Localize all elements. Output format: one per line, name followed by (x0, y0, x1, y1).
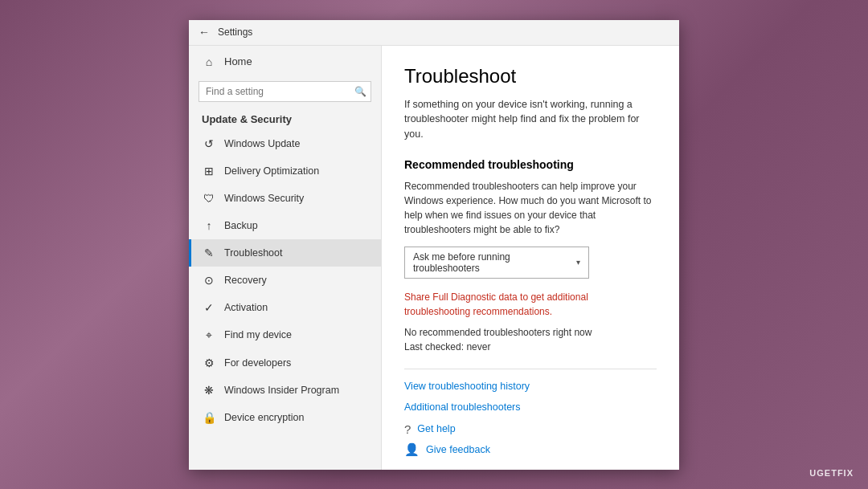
sidebar-label: Windows Insider Program (224, 385, 339, 396)
sidebar-section-title: Update & Security (189, 108, 381, 130)
sidebar-label: Backup (224, 220, 258, 231)
search-icon: 🔍 (354, 86, 366, 97)
give-feedback-item[interactable]: 👤 Give feedback (404, 442, 657, 457)
title-bar: ← Settings (189, 20, 679, 46)
sidebar-item-troubleshoot[interactable]: ✎ Troubleshoot (189, 239, 381, 267)
search-box: 🔍 (199, 81, 371, 102)
additional-troubleshooters-link[interactable]: Additional troubleshooters (404, 401, 657, 413)
developers-icon: ⚙ (202, 357, 216, 369)
diagnostic-data-link[interactable]: Share Full Diagnostic data to get additi… (404, 290, 657, 319)
sidebar-item-backup[interactable]: ↑ Backup (189, 212, 381, 239)
divider (404, 369, 657, 369)
home-icon: ⌂ (202, 55, 216, 68)
windows-update-icon: ↺ (202, 137, 216, 150)
insider-icon: ❋ (202, 384, 216, 397)
sidebar-label: Recovery (224, 275, 267, 286)
sidebar-label: Delivery Optimization (224, 165, 319, 177)
watermark: UGETFIX (809, 468, 854, 478)
sidebar-label: Activation (224, 302, 268, 313)
find-device-icon: ⌖ (202, 328, 216, 342)
troubleshoot-dropdown[interactable]: Ask me before running troubleshooters ▾ (404, 247, 589, 279)
sidebar-item-device-encryption[interactable]: 🔒 Device encryption (189, 404, 381, 431)
windows-security-icon: 🛡 (202, 192, 216, 205)
home-label: Home (224, 55, 252, 67)
get-help-icon: ? (404, 422, 411, 436)
no-troubleshooters-text: No recommended troubleshooters right now (404, 327, 657, 338)
sidebar-label: Device encryption (224, 412, 304, 423)
last-checked-text: Last checked: never (404, 341, 657, 352)
sidebar-label: Windows Update (224, 138, 301, 149)
chevron-down-icon: ▾ (576, 258, 580, 267)
sidebar-item-windows-security[interactable]: 🛡 Windows Security (189, 185, 381, 212)
activation-icon: ✓ (202, 301, 216, 314)
get-help-text: Get help (417, 423, 455, 434)
back-button[interactable]: ← (199, 26, 210, 39)
sidebar-item-for-developers[interactable]: ⚙ For developers (189, 349, 381, 377)
page-title: Troubleshoot (404, 65, 657, 88)
sidebar-item-recovery[interactable]: ⊙ Recovery (189, 267, 381, 294)
recommended-desc: Recommended troubleshooters can help imp… (404, 179, 657, 237)
give-feedback-text: Give feedback (426, 444, 490, 455)
search-input[interactable] (199, 81, 371, 102)
view-history-link[interactable]: View troubleshooting history (404, 381, 657, 392)
delivery-optimization-icon: ⊞ (202, 165, 216, 177)
encryption-icon: 🔒 (202, 411, 216, 424)
title-bar-text: Settings (218, 26, 252, 38)
sidebar-label: Find my device (224, 329, 292, 340)
sidebar-label: Windows Security (224, 193, 304, 204)
dropdown-value: Ask me before running troubleshooters (413, 251, 576, 274)
recommended-heading: Recommended troubleshooting (404, 158, 657, 171)
settings-window: ← Settings ⌂ Home 🔍 Update & Security ↺ … (189, 20, 679, 470)
content-area: ⌂ Home 🔍 Update & Security ↺ Windows Upd… (189, 46, 679, 470)
sidebar-label: Troubleshoot (224, 247, 283, 259)
backup-icon: ↑ (202, 219, 216, 232)
troubleshoot-icon: ✎ (202, 247, 216, 259)
give-feedback-icon: 👤 (404, 442, 420, 457)
sidebar-item-windows-update[interactable]: ↺ Windows Update (189, 130, 381, 157)
sidebar-item-home[interactable]: ⌂ Home (189, 46, 381, 78)
sidebar-item-delivery-optimization[interactable]: ⊞ Delivery Optimization (189, 157, 381, 185)
sidebar-item-windows-insider[interactable]: ❋ Windows Insider Program (189, 377, 381, 404)
sidebar-item-find-my-device[interactable]: ⌖ Find my device (189, 321, 381, 349)
sidebar-item-activation[interactable]: ✓ Activation (189, 294, 381, 321)
sidebar-label: For developers (224, 357, 291, 369)
get-help-item[interactable]: ? Get help (404, 422, 657, 436)
recovery-icon: ⊙ (202, 274, 216, 287)
sidebar: ⌂ Home 🔍 Update & Security ↺ Windows Upd… (189, 46, 382, 470)
main-description: If something on your device isn't workin… (404, 97, 657, 142)
main-content: Troubleshoot If something on your device… (382, 46, 679, 470)
